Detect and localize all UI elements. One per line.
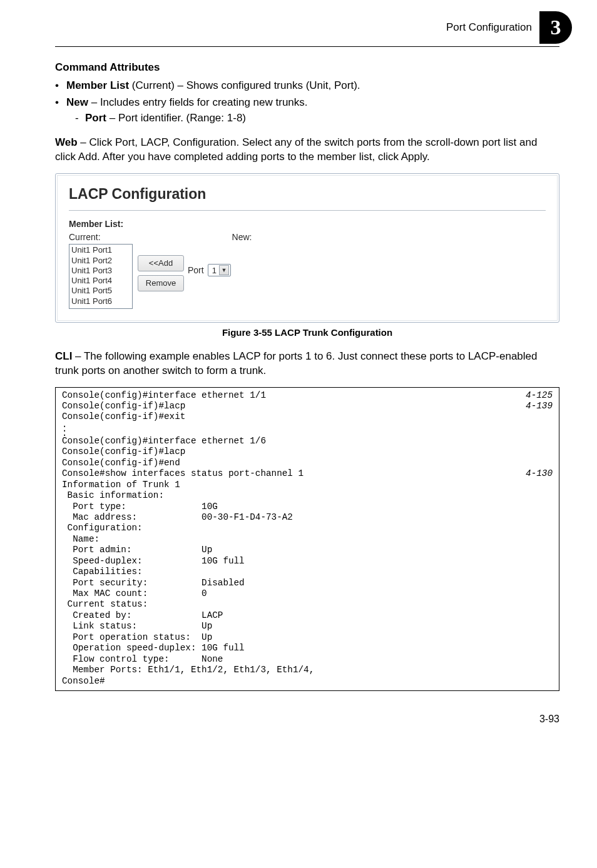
- attribute-sub-list: Port – Port identifier. (Range: 1-8): [66, 111, 559, 126]
- remove-button[interactable]: Remove: [138, 275, 184, 291]
- cli-line: Console(config)#interface ethernet 1/1 4…: [62, 390, 553, 401]
- attribute-desc: Shows configured trunks (Unit, Port).: [186, 79, 360, 91]
- cli-paragraph: CLI – The following example enables LACP…: [55, 350, 559, 378]
- list-item[interactable]: Unit1 Port6: [71, 296, 130, 306]
- attribute-sub-item-port: Port – Port identifier. (Range: 1-8): [66, 111, 559, 126]
- chevron-down-icon: ▼: [219, 265, 229, 275]
- header-chapter-number: 3: [551, 13, 561, 42]
- attribute-sub-paren: –: [106, 112, 118, 124]
- attribute-label: Member List: [66, 79, 129, 91]
- cli-line: Console(config-if)#lacp 4-139: [62, 401, 553, 411]
- cli-block: Console(config-if)#exit: [62, 411, 553, 422]
- port-selector: Port 1 ▼: [188, 264, 231, 276]
- cli-page-ref: 4-125: [518, 390, 553, 401]
- attribute-sub-desc: Port identifier. (Range: 1-8): [118, 112, 246, 124]
- attribute-paren: –: [88, 96, 100, 108]
- list-item[interactable]: Unit1 Port3: [71, 266, 130, 276]
- attribute-paren: (Current) –: [129, 79, 186, 91]
- page-header: Port Configuration 3: [0, 0, 597, 46]
- port-label: Port: [188, 265, 204, 276]
- cli-label: CLI: [55, 350, 72, 362]
- web-label: Web: [55, 136, 78, 148]
- cli-block: Console(config)#interface ethernet 1/6 C…: [62, 436, 553, 468]
- attributes-list: Member List (Current) – Shows configured…: [55, 79, 559, 126]
- cli-output-box: Console(config)#interface ethernet 1/1 4…: [55, 387, 559, 691]
- cli-block: Information of Trunk 1 Basic information…: [62, 480, 553, 687]
- cli-page-ref: 4-130: [518, 468, 553, 479]
- panel-row: Unit1 Port1 Unit1 Port2 Unit1 Port3 Unit…: [69, 244, 546, 309]
- cli-cmd: Console#show interfaces status port-chan…: [62, 468, 304, 479]
- ellipsis-icon: ...: [62, 423, 553, 436]
- member-list-label: Member List:: [69, 218, 546, 230]
- command-attributes-heading: Command Attributes: [55, 61, 559, 75]
- list-item[interactable]: Unit1 Port4: [71, 276, 130, 286]
- port-select-value: 1: [212, 265, 217, 276]
- cli-text: – The following example enables LACP for…: [55, 350, 537, 376]
- new-label: New:: [232, 231, 252, 243]
- lacp-panel: LACP Configuration Member List: Current:…: [57, 175, 558, 321]
- list-item[interactable]: Unit1 Port5: [71, 286, 130, 296]
- list-item[interactable]: Unit1 Port1: [71, 245, 130, 255]
- page-number: 3-93: [0, 691, 597, 726]
- header-section-title: Port Configuration: [446, 21, 532, 35]
- lacp-panel-outer: LACP Configuration Member List: Current:…: [55, 173, 559, 323]
- lacp-panel-title: LACP Configuration: [69, 184, 546, 204]
- port-select[interactable]: 1 ▼: [208, 264, 231, 276]
- panel-divider: [69, 210, 546, 211]
- cli-line: Console#show interfaces status port-chan…: [62, 468, 553, 479]
- attribute-sub-label: Port: [85, 112, 106, 124]
- attribute-item-new: New – Includes entry fields for creating…: [55, 96, 559, 126]
- attribute-label: New: [66, 96, 88, 108]
- header-chapter-badge: 3: [539, 11, 572, 44]
- cli-cmd: Console(config-if)#lacp: [62, 401, 185, 411]
- web-paragraph: Web – Click Port, LACP, Configuration. S…: [55, 136, 559, 164]
- button-column: <<Add Remove: [138, 255, 184, 291]
- attribute-item-member-list: Member List (Current) – Shows configured…: [55, 79, 559, 93]
- add-button[interactable]: <<Add: [138, 255, 184, 271]
- cli-cmd: Console(config)#interface ethernet 1/1: [62, 390, 266, 401]
- attribute-desc: Includes entry fields for creating new t…: [100, 96, 308, 108]
- figure-caption: Figure 3-55 LACP Trunk Configuration: [55, 326, 559, 339]
- list-item[interactable]: Unit1 Port2: [71, 256, 130, 266]
- header-divider: [55, 46, 559, 47]
- cli-page-ref: 4-139: [518, 401, 553, 411]
- current-label: Current:: [69, 231, 101, 243]
- column-labels: Current: New:: [69, 231, 546, 243]
- web-text: – Click Port, LACP, Configuration. Selec…: [55, 136, 537, 163]
- current-member-listbox[interactable]: Unit1 Port1 Unit1 Port2 Unit1 Port3 Unit…: [69, 244, 133, 309]
- page-content: Command Attributes Member List (Current)…: [0, 61, 597, 691]
